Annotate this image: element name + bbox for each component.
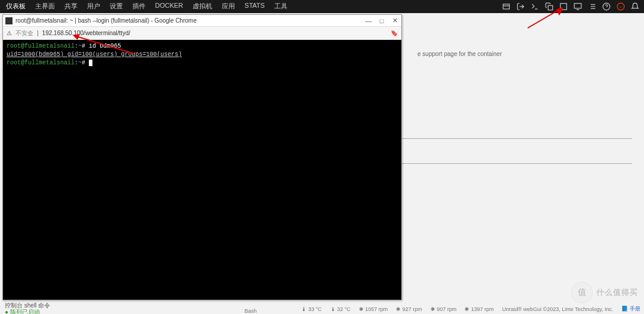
window-title: root@fullmetalsnail: ~ | bash --login (f… (16, 17, 364, 24)
fan-rpm-3: ✺ 907 rpm (431, 306, 457, 312)
svg-rect-4 (548, 5, 553, 10)
nav-docker[interactable]: DOCKER (154, 0, 184, 14)
nav-settings[interactable]: 设置 (109, 0, 124, 14)
monitor-icon[interactable] (574, 2, 582, 11)
watermark-text: 什么值得买 (596, 287, 638, 298)
copy-icon[interactable] (545, 2, 553, 11)
nav-dashboard[interactable]: 仪表板 (5, 0, 27, 14)
list-icon[interactable] (588, 2, 596, 11)
bg-support-text: e support page for the container (417, 51, 502, 57)
logout-icon[interactable] (516, 2, 525, 11)
maximize-button[interactable]: □ (377, 17, 386, 25)
status-bar-right: 🌡 33 °C 🌡 32 °C ✺ 1057 rpm ✺ 927 rpm ✺ 9… (301, 305, 640, 313)
nav-plugins[interactable]: 插件 (131, 0, 147, 14)
nav-main[interactable]: 主界面 (34, 0, 56, 14)
address-bar[interactable]: ⚠ 不安全 | 192.168.50.100/webterminal/ttyd/… (3, 27, 401, 40)
window-icon[interactable] (559, 2, 568, 11)
bg-divider-2 (400, 163, 632, 164)
temp-1: 🌡 33 °C (301, 306, 321, 312)
insecure-label: 不安全 (16, 29, 33, 38)
fan-rpm-1: ✺ 1057 rpm (359, 306, 388, 312)
bookmark-icon[interactable]: 🔖 (391, 30, 398, 36)
svg-rect-5 (561, 4, 567, 10)
terminal-area[interactable]: root@fullmetalsnail:~# id bdm965 uid=100… (3, 40, 401, 300)
terminal-line-3: root@fullmetalsnail:~# (7, 59, 398, 67)
chrome-titlebar[interactable]: root@fullmetalsnail: ~ | bash --login (f… (3, 15, 401, 27)
svg-rect-0 (503, 4, 510, 9)
nav-shares[interactable]: 共享 (63, 0, 79, 14)
terminal-line-2: uid=1000(bdm965) gid=100(users) groups=1… (7, 51, 398, 59)
bg-divider-1 (400, 138, 632, 139)
help-icon[interactable] (602, 2, 611, 11)
topbar-icon-group (502, 2, 639, 11)
bash-label: Bash (244, 308, 257, 314)
terminal-line-1: root@fullmetalsnail:~# id bdm965 (7, 42, 398, 51)
nav-vms[interactable]: 虚拟机 (191, 0, 213, 14)
nav-stats[interactable]: STATS (243, 0, 266, 14)
terminal-icon[interactable] (531, 2, 539, 11)
fan-rpm-2: ✺ 927 rpm (396, 306, 422, 312)
svg-rect-6 (574, 4, 581, 8)
nav-users[interactable]: 用户 (86, 0, 101, 14)
temp-2: 🌡 32 °C (330, 306, 351, 312)
insecure-warning-icon: ⚠ (7, 30, 12, 36)
nav-tools[interactable]: 工具 (273, 0, 289, 14)
array-status: 阵列已启动 (5, 308, 40, 314)
fan-rpm-4: ✺ 1397 rpm (465, 306, 494, 312)
info-icon[interactable] (617, 2, 625, 11)
bell-icon[interactable] (631, 2, 639, 11)
close-button[interactable]: ✕ (391, 17, 399, 25)
nav-items: 仪表板 主界面 共享 用户 设置 插件 DOCKER 虚拟机 应用 STATS … (5, 0, 289, 14)
top-nav-bar: 仪表板 主界面 共享 用户 设置 插件 DOCKER 虚拟机 应用 STATS … (0, 0, 644, 13)
tab-favicon (5, 17, 13, 24)
url-text: 192.168.50.100/webterminal/ttyd/ (42, 30, 131, 36)
copyright-text: Unraid® webGui ©2023, Lime Technology, I… (502, 306, 614, 312)
nav-apps[interactable]: 应用 (221, 0, 236, 14)
watermark: 值 什么值得买 (571, 282, 638, 303)
view-icon[interactable] (502, 2, 510, 11)
terminal-cursor (89, 60, 92, 66)
watermark-circle: 值 (571, 282, 593, 303)
manual-link[interactable]: 📘 手册 (621, 305, 640, 313)
chrome-window: root@fullmetalsnail: ~ | bash --login (f… (2, 14, 402, 300)
minimize-button[interactable]: — (364, 17, 373, 25)
